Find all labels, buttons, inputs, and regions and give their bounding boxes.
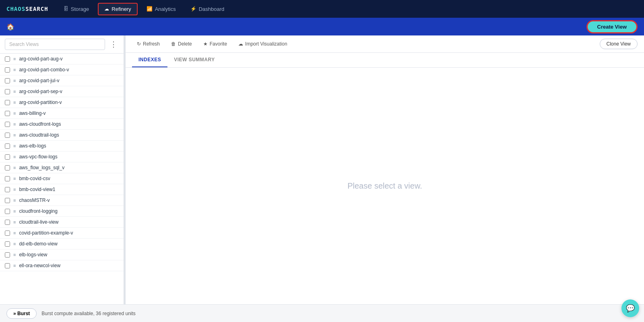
list-item[interactable]: ≡ arg-covid-part-aug-v [0,54,124,64]
list-item[interactable]: ≡ arg-covid-part-sep-v [0,86,124,97]
filter-icon: ≡ [13,209,16,214]
cloud-icon: ☁ [238,41,243,47]
toolbar-left: ↻ Refresh 🗑 Delete ★ Favorite ☁ Import V… [132,39,292,49]
list-item[interactable]: ≡ elb-logs-view [0,249,124,260]
list-item[interactable]: ≡ covid-partition-example-v [0,228,124,239]
refinery-icon: ☁ [104,6,109,12]
list-item-label: cloudtrail-live-view [19,219,58,225]
list-item-checkbox[interactable] [5,56,10,62]
list-item-checkbox[interactable] [5,198,10,203]
list-item[interactable]: ≡ arg-covid-partition-v [0,97,124,108]
list-item-checkbox[interactable] [5,89,10,94]
list-item-checkbox[interactable] [5,220,10,225]
list-item-checkbox[interactable] [5,187,10,192]
list-item-label: elb-logs-view [19,252,47,258]
toolbar: ↻ Refresh 🗑 Delete ★ Favorite ☁ Import V… [126,35,644,53]
list-item-label: aws-vpc-flow-logs [19,154,57,160]
list-item-checkbox[interactable] [5,122,10,127]
list-item-checkbox[interactable] [5,231,10,236]
list-item-label: covid-partition-example-v [19,230,73,236]
refresh-label: Refresh [143,41,160,47]
filter-icon: ≡ [13,241,16,246]
nav-analytics[interactable]: 📶 Analytics [141,4,182,15]
import-viz-button[interactable]: ☁ Import Visualization [233,39,292,49]
list-item[interactable]: ≡ chaosMSTR-v [0,195,124,206]
refresh-icon: ↻ [137,41,141,47]
list-item-label: aws-billing-v [19,110,45,116]
list-item-checkbox[interactable] [5,67,10,73]
list-item[interactable]: ≡ aws-vpc-flow-logs [0,152,124,162]
list-item[interactable]: ≡ ell-ora-newcol-view [0,260,124,271]
tab-view-summary[interactable]: VIEW SUMMARY [167,53,221,67]
list-item-checkbox[interactable] [5,263,10,268]
nav-refinery[interactable]: ☁ Refinery [98,3,137,15]
filter-icon: ≡ [13,56,16,61]
list-item[interactable]: ≡ dd-elb-demo-view [0,239,124,249]
list-item-checkbox[interactable] [5,241,10,247]
list-item-checkbox[interactable] [5,143,10,149]
list-item-label: arg-covid-part-combo-v [19,67,69,73]
favorite-button[interactable]: ★ Favorite [198,39,232,49]
filter-icon: ≡ [13,231,16,235]
list-item[interactable]: ≡ arg-covid-part-combo-v [0,64,124,75]
filter-icon: ≡ [13,67,16,72]
list-item-checkbox[interactable] [5,154,10,160]
sidebar-header: ⋮ [0,35,124,54]
top-nav: CHAOSSEARCH 🗄 Storage ☁ Refinery 📶 Analy… [0,0,644,18]
delete-label: Delete [178,41,192,47]
home-icon[interactable]: 🏠 [6,23,14,31]
list-item[interactable]: ≡ aws_flow_logs_sql_v [0,162,124,173]
storage-icon: 🗄 [64,6,68,12]
star-icon: ★ [203,41,208,47]
filter-icon: ≡ [13,220,16,224]
filter-icon: ≡ [13,122,16,127]
delete-button[interactable]: 🗑 Delete [166,39,197,49]
empty-state: Please select a view. [126,68,644,304]
list-item-checkbox[interactable] [5,133,10,138]
list-item[interactable]: ≡ cloudtrail-live-view [0,217,124,228]
more-options-button[interactable]: ⋮ [108,39,119,50]
list-item[interactable]: ≡ bmb-covid-view1 [0,184,124,195]
list-item[interactable]: ≡ aws-cloudfront-logs [0,119,124,130]
tab-indexes[interactable]: INDEXES [132,53,167,67]
list-item-checkbox[interactable] [5,100,10,105]
burst-button[interactable]: » Burst [6,308,37,319]
list-item[interactable]: ≡ aws-elb-logs [0,141,124,152]
list-item[interactable]: ≡ aws-cloudtrail-logs [0,130,124,141]
list-item-label: arg-covid-part-sep-v [19,89,62,94]
clone-view-button[interactable]: Clone View [600,39,638,49]
create-view-button[interactable]: Create View [586,20,638,33]
list-item-label: dd-elb-demo-view [19,241,57,247]
filter-icon: ≡ [13,89,16,94]
filter-icon: ≡ [13,187,16,192]
filter-icon: ≡ [13,133,16,137]
sidebar-list: ≡ arg-covid-part-aug-v ≡ arg-covid-part-… [0,54,124,304]
nav-storage[interactable]: 🗄 Storage [58,4,95,15]
content-area: ↻ Refresh 🗑 Delete ★ Favorite ☁ Import V… [126,35,644,304]
list-item-checkbox[interactable] [5,209,10,214]
list-item[interactable]: ≡ arg-covid-part-jul-v [0,75,124,86]
list-item-checkbox[interactable] [5,176,10,181]
list-item-label: ell-ora-newcol-view [19,263,60,268]
bottom-bar: » Burst Burst compute available, 36 regi… [0,304,644,322]
tabs: INDEXES VIEW SUMMARY [126,53,644,68]
filter-icon: ≡ [13,100,16,105]
list-item-label: aws-cloudfront-logs [19,121,61,127]
list-item-label: arg-covid-partition-v [19,100,62,105]
refresh-button[interactable]: ↻ Refresh [132,39,165,49]
search-views-input[interactable] [5,39,105,50]
chat-button[interactable]: 💬 [621,299,639,317]
list-item-checkbox[interactable] [5,165,10,170]
list-item[interactable]: ≡ bmb-covid-csv [0,173,124,184]
list-item[interactable]: ≡ cloudfront-logging [0,206,124,217]
list-item[interactable]: ≡ aws-billing-v [0,108,124,119]
list-item-checkbox[interactable] [5,111,10,116]
filter-icon: ≡ [13,263,16,268]
filter-icon: ≡ [13,143,16,148]
import-viz-label: Import Visualization [245,41,287,47]
list-item-label: arg-covid-part-jul-v [19,78,59,83]
nav-dashboard[interactable]: ⚡ Dashboard [185,4,230,15]
list-item-label: aws-elb-logs [19,143,46,149]
list-item-checkbox[interactable] [5,252,10,258]
list-item-checkbox[interactable] [5,78,10,83]
